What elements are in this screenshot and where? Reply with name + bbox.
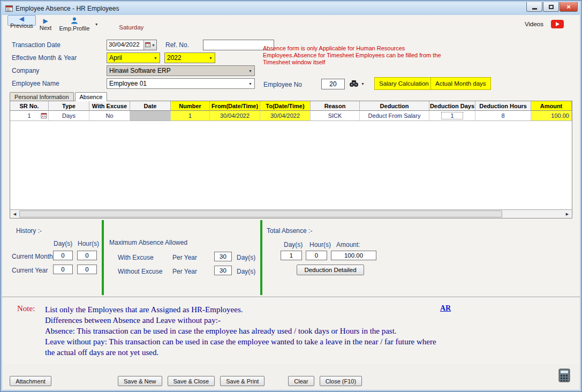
tab-absence[interactable]: Absence [75, 92, 108, 101]
note-label: Note: [17, 304, 35, 313]
save-close-button[interactable]: Save & Close [168, 376, 215, 386]
emp-profile-dropdown-button[interactable]: ▼ [93, 15, 100, 33]
close-button[interactable]: × [560, 2, 578, 12]
year-value: 2022 [167, 54, 182, 62]
save-print-button[interactable]: Save & Print [220, 376, 264, 386]
cell-type[interactable]: Days [49, 111, 89, 121]
cell-deduction-hours[interactable]: 8 [475, 111, 531, 121]
actual-month-days-button[interactable]: Actual Month days [430, 77, 491, 90]
maximize-button[interactable] [543, 2, 559, 12]
with-excuse-label: With Excuse [118, 254, 154, 261]
without-excuse-input[interactable] [214, 266, 232, 275]
cell-deduction-days[interactable]: 1 [429, 111, 475, 121]
maximize-icon [549, 5, 554, 9]
col-header-type: Type [49, 101, 89, 111]
scroll-left-button[interactable]: ◀ [10, 210, 19, 218]
total-hours-header: Hour(s) [309, 241, 331, 248]
transaction-date-value[interactable]: 30/04/2022 [107, 40, 143, 50]
total-absence-section: Total Absence :- Day(s) Hour(s) Amount: … [262, 218, 580, 297]
col-header-sr-no: SR No. [10, 101, 49, 111]
employee-name-value: Employee 01 [109, 80, 147, 87]
col-header-reason: Reason [311, 101, 360, 111]
cell-with-excuse[interactable]: No [89, 111, 130, 121]
next-button[interactable]: ▶ Next [36, 15, 56, 33]
salary-calculation-button[interactable]: Salary Calculation [374, 77, 434, 90]
emp-profile-button[interactable]: Emp.Profile [55, 15, 93, 33]
search-binoculars-icon[interactable] [349, 80, 359, 89]
window-frame: Employee Absence - HR Employees × ◀ Prev… [1, 1, 581, 391]
scroll-right-button[interactable]: ▶ [563, 210, 572, 218]
scrollbar-thumb[interactable] [19, 210, 502, 217]
window-controls: × [526, 2, 578, 12]
history-title: History :- [16, 227, 42, 235]
year-select[interactable]: 2022 ▼ [164, 52, 215, 63]
chevron-down-icon: ▼ [95, 22, 99, 26]
chevron-down-icon: ▼ [152, 43, 155, 47]
cell-sr-no[interactable]: 1 [10, 111, 49, 121]
note-line-2: Differences between Absence and Leave wi… [45, 315, 448, 326]
videos-link[interactable]: Videos [525, 21, 543, 27]
toolbar: ◀ Previous ▶ Next Emp.Profile ▼ Saturday… [2, 15, 580, 33]
current-month-days-input[interactable] [53, 251, 73, 260]
close-icon: × [566, 3, 571, 10]
ar-language-link[interactable]: AR [440, 304, 451, 313]
transaction-date-label: Transaction Date [12, 41, 107, 49]
current-month-hours-input[interactable] [77, 251, 97, 260]
current-year-days-input[interactable] [53, 265, 73, 274]
col-header-amount: Amount [531, 101, 572, 111]
play-icon [556, 22, 560, 26]
history-hours-header: Hour(s) [78, 240, 99, 247]
total-days-input[interactable] [281, 251, 302, 260]
cell-reason[interactable]: SICK [311, 111, 360, 121]
toolbar-right: Videos [525, 15, 564, 33]
cell-amount[interactable]: 100.00 [531, 111, 572, 121]
date-picker-dropdown-button[interactable]: ▼ [143, 40, 156, 50]
grid-empty-area [10, 121, 572, 209]
total-amount-input[interactable] [331, 251, 376, 260]
current-year-hours-input[interactable] [77, 265, 97, 274]
employee-no-input[interactable] [321, 79, 345, 89]
emp-profile-group: Emp.Profile ▼ [55, 15, 100, 33]
calculator-icon[interactable] [558, 368, 570, 384]
deduction-detailed-button[interactable]: Deduction Detailed [297, 265, 364, 275]
app-window: Employee Absence - HR Employees × ◀ Prev… [0, 0, 582, 392]
cell-deduction[interactable]: Deduct From Salary [360, 111, 429, 121]
youtube-icon[interactable] [551, 20, 564, 28]
col-header-deduction-hours: Deduction Hours [475, 101, 531, 111]
without-excuse-per-label: Per Year [172, 268, 197, 275]
employee-name-select[interactable]: Employee 01 ▼ [107, 78, 255, 89]
month-select[interactable]: April ▼ [107, 52, 160, 63]
header-form: Transaction Date 30/04/2022 ▼ Ref. No. E… [2, 33, 580, 91]
grid-data-row: 1 Days No 1 30/04/2022 30/04/2022 SICK D… [10, 111, 572, 121]
current-month-label: Current Month [12, 253, 53, 260]
calendar-icon [145, 41, 150, 49]
col-header-date: Date [130, 101, 171, 111]
next-label: Next [40, 25, 52, 31]
cell-from-date[interactable]: 30/04/2022 [210, 111, 260, 121]
note-section: Note: List only the Employees that are A… [2, 298, 580, 364]
row-selector-icon[interactable] [41, 112, 47, 120]
close-f10-button[interactable]: Close (F10) [320, 376, 362, 386]
save-new-button[interactable]: Save & New [118, 376, 162, 386]
with-excuse-unit: Day(s) [237, 254, 255, 261]
tab-personal-information[interactable]: Personal Information [10, 92, 74, 101]
deduction-days-value: 1 [441, 112, 463, 119]
company-select[interactable]: Hinawi Software ERP ▼ [107, 65, 255, 76]
total-hours-input[interactable] [306, 251, 327, 260]
with-excuse-input[interactable] [214, 252, 232, 261]
col-header-deduction: Deduction [360, 101, 429, 111]
previous-button[interactable]: ◀ Previous [7, 15, 36, 26]
month-value: April [109, 54, 122, 62]
chevron-down-icon: ▼ [248, 82, 252, 86]
cell-number[interactable]: 1 [171, 111, 210, 121]
attachment-button[interactable]: Attachment [10, 376, 51, 386]
transaction-date-picker: 30/04/2022 ▼ [107, 40, 157, 50]
tab-strip: Personal Information Absence [2, 91, 580, 101]
employee-search-dropdown-button[interactable]: ▼ [361, 82, 365, 86]
minimize-button[interactable] [526, 2, 542, 12]
absence-warning-text: Absence form is only Applicable for Huma… [263, 45, 446, 66]
cell-to-date[interactable]: 30/04/2022 [260, 111, 311, 121]
clear-button[interactable]: Clear [288, 376, 314, 386]
arrow-right-icon: ▶ [43, 18, 48, 25]
cell-date[interactable] [130, 111, 171, 121]
